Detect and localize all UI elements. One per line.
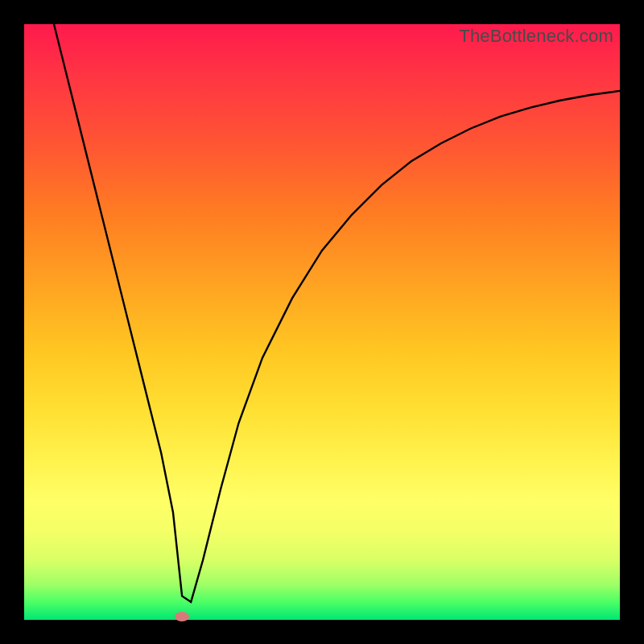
plot-area: TheBottleneck.com [24,24,620,620]
chart-frame: TheBottleneck.com [0,0,644,644]
minimum-marker-icon [175,612,189,621]
bottleneck-curve [24,24,620,620]
watermark-label: TheBottleneck.com [459,26,613,47]
